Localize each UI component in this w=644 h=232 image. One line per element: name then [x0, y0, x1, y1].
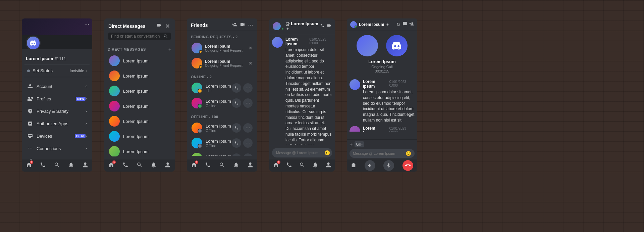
call-add-icon[interactable]: +: [350, 141, 353, 147]
dm-search-bar[interactable]: [108, 33, 171, 40]
phone-bar-icon[interactable]: [40, 162, 46, 169]
sidebar-item-devices[interactable]: Devices BETA ›: [23, 130, 91, 142]
call-panel-username: Lorem Ipsum ✦: [359, 22, 389, 27]
friend-actions: ⋯: [232, 153, 253, 156]
dm-username: Lorem Ipsum: [123, 149, 149, 154]
phone-bar-icon[interactable]: [286, 162, 292, 169]
close-pending-icon[interactable]: ✕: [249, 60, 253, 66]
call-refresh-icon[interactable]: ↻: [396, 22, 400, 27]
call-input-area: + GIF 🙂: [347, 139, 417, 159]
phone-header-icon[interactable]: [320, 23, 325, 29]
dm-item[interactable]: Lorem Ipsum: [106, 129, 173, 144]
add-friend-icon[interactable]: [232, 22, 237, 29]
friend-item[interactable]: Lorem Ipsum Online ⋯: [188, 96, 256, 110]
sidebar-item-profiles[interactable]: Profiles NEW ›: [23, 93, 91, 105]
end-call-button[interactable]: [402, 160, 413, 171]
friend-status: Online: [206, 104, 232, 108]
phone-bar-icon[interactable]: [205, 162, 211, 169]
close-pending-icon[interactable]: ✕: [249, 45, 253, 51]
call-add-user-icon[interactable]: [409, 21, 414, 28]
panel4-bottom-bar: 3: [269, 159, 335, 172]
set-status-item[interactable]: Set Status Invisible ›: [23, 66, 91, 76]
more-friend-button[interactable]: ⋯: [243, 138, 253, 148]
dm-item[interactable]: Lorem Ipsum: [106, 68, 173, 83]
add-dm-icon[interactable]: ✕: [164, 22, 171, 31]
dm-item[interactable]: Lorem Ipsum: [106, 99, 173, 113]
sidebar-item-authorized-apps[interactable]: Authorized Apps ›: [23, 118, 91, 130]
friends-title: Friends: [191, 22, 208, 28]
dm-avatar: [109, 131, 120, 142]
connections-label: Connections: [37, 146, 86, 151]
dm-search-input[interactable]: [111, 34, 161, 39]
authorized-icon: [27, 121, 33, 127]
bell-bar-icon[interactable]: [151, 162, 157, 169]
pending-item[interactable]: Lorem Ipsum Outgoing Friend Request ✕: [188, 56, 256, 71]
call-message-input[interactable]: [353, 151, 406, 155]
bell-bar-icon[interactable]: [68, 162, 74, 169]
search-icon: [163, 34, 168, 39]
call-friend-button[interactable]: [232, 153, 241, 156]
friend-name: Lorem Ipsum: [206, 154, 232, 156]
friend-item[interactable]: Lorem Ipsum Offline ⋯: [188, 136, 256, 150]
dm-item[interactable]: Lorem Ipsum: [106, 114, 173, 129]
search-bar-icon[interactable]: [137, 162, 143, 169]
chat-message-input[interactable]: [276, 151, 322, 155]
account-icon: [27, 83, 33, 89]
more-friend-button[interactable]: ⋯: [243, 153, 253, 156]
person-bar-icon[interactable]: [82, 162, 88, 169]
call-header: Lorem Ipsum ✦ ↻: [347, 18, 417, 31]
pending-item[interactable]: Lorem Ipsum Outgoing Friend Request ✕: [188, 41, 256, 55]
home-bar-icon[interactable]: 3: [108, 162, 114, 169]
call-message-time: 01/01/2023 0:000: [389, 80, 415, 87]
call-input-bar[interactable]: 🙂: [350, 149, 415, 158]
friend-avatar: [192, 98, 202, 108]
call-friend-button[interactable]: [232, 98, 241, 108]
friend-item[interactable]: Lorem Ipsum Offline ⋯: [188, 121, 256, 135]
dm-item[interactable]: Lorem Ipsum: [106, 84, 173, 98]
username-row: Lorem Ipsum #1111: [22, 53, 92, 63]
sidebar-item-privacy-safety[interactable]: Privacy & Safety ›: [23, 105, 91, 117]
more-options-button[interactable]: ⋯: [84, 21, 90, 28]
dm-item[interactable]: Lorem Ipsum: [106, 53, 173, 68]
friends-video-icon[interactable]: [240, 22, 245, 29]
mic-button[interactable]: [383, 160, 394, 171]
call-screen-icon[interactable]: [351, 163, 356, 169]
person-bar-icon[interactable]: [325, 162, 331, 169]
friend-item[interactable]: Lorem Ipsum Offline ⋯: [188, 151, 256, 156]
more-friend-button[interactable]: ⋯: [243, 123, 253, 133]
call-gif-icon[interactable]: GIF: [355, 141, 364, 147]
friend-name: Lorem Ipsum: [206, 139, 232, 144]
speaker-button[interactable]: [365, 160, 375, 171]
more-friend-button[interactable]: ⋯: [243, 83, 253, 93]
dm-item[interactable]: Lorem Ipsum: [106, 144, 173, 156]
phone-bar-icon[interactable]: [122, 162, 128, 169]
home-bar-icon[interactable]: 3: [191, 162, 197, 169]
video-icon[interactable]: [156, 22, 162, 31]
user-menu-panel: ⋯ Lorem Ipsum #1111 Set Status Invisible…: [22, 18, 92, 172]
emoji-icon[interactable]: 🙂: [324, 150, 330, 155]
home-bar-icon[interactable]: 3: [273, 162, 279, 169]
sidebar-item-account[interactable]: Account ‹: [23, 80, 91, 92]
person-bar-icon[interactable]: [247, 162, 253, 169]
bell-bar-icon[interactable]: [312, 162, 318, 169]
search-bar-icon[interactable]: [54, 162, 60, 169]
call-friend-button[interactable]: [232, 83, 241, 93]
video-header-icon[interactable]: [327, 23, 331, 29]
search-bar-icon[interactable]: [219, 162, 225, 169]
call-friend-button[interactable]: [232, 123, 241, 133]
friend-item[interactable]: Lorem Ipsum Idle ⋯: [188, 81, 256, 95]
home-bar-icon[interactable]: 3: [26, 162, 32, 169]
chevron-icon: ›: [86, 146, 87, 151]
person-bar-icon[interactable]: [165, 162, 171, 169]
more-friend-button[interactable]: ⋯: [243, 98, 253, 108]
chat-input-bar[interactable]: 🙂: [272, 148, 332, 157]
search-bar-icon[interactable]: [299, 162, 305, 169]
sidebar-item-connections[interactable]: Connections ›: [23, 142, 91, 154]
call-friend-button[interactable]: [232, 138, 241, 148]
friends-more-icon[interactable]: ⋯: [248, 22, 253, 29]
bell-bar-icon[interactable]: [233, 162, 239, 169]
add-dm-button[interactable]: +: [168, 46, 171, 52]
call-emoji-icon[interactable]: 🙂: [406, 151, 411, 156]
call-chat-icon[interactable]: [402, 21, 407, 28]
call-message-avatar: [350, 126, 360, 132]
